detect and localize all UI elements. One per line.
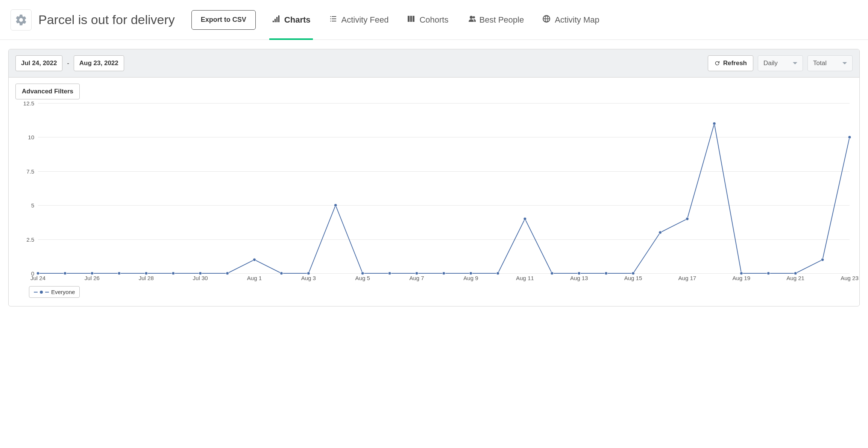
x-axis-labels: Jul 24Jul 26Jul 28Jul 30Aug 1Aug 3Aug 5A…: [38, 275, 850, 284]
control-bar: Jul 24, 2022 - Aug 23, 2022 Refresh Dail…: [9, 49, 859, 78]
data-point[interactable]: [469, 272, 472, 275]
refresh-button-label: Refresh: [723, 59, 747, 67]
date-to-picker[interactable]: Aug 23, 2022: [74, 55, 124, 71]
aggregation-select[interactable]: Total: [807, 55, 853, 71]
data-point[interactable]: [848, 136, 851, 139]
bar-chart-icon: [272, 14, 281, 26]
x-tick-label: Aug 11: [516, 275, 534, 281]
data-point[interactable]: [740, 272, 743, 275]
data-point[interactable]: [632, 272, 635, 275]
data-point[interactable]: [388, 272, 391, 275]
data-point[interactable]: [307, 272, 310, 275]
data-point[interactable]: [605, 272, 608, 275]
refresh-icon: [714, 60, 720, 66]
date-from-picker[interactable]: Jul 24, 2022: [15, 55, 62, 71]
advanced-filters-button[interactable]: Advanced Filters: [15, 84, 80, 99]
legend-dash: [34, 292, 38, 293]
data-point[interactable]: [794, 272, 797, 275]
data-point[interactable]: [578, 272, 581, 275]
x-tick-label: Jul 26: [85, 275, 100, 281]
y-tick-label: 10: [28, 134, 34, 140]
x-tick-label: Aug 7: [409, 275, 424, 281]
legend-dot-icon: [40, 291, 43, 294]
granularity-select-label: Daily: [763, 59, 778, 67]
y-tick-label: 7.5: [26, 168, 34, 174]
data-point[interactable]: [767, 272, 770, 275]
data-point[interactable]: [659, 231, 662, 234]
data-point[interactable]: [551, 272, 554, 275]
x-tick-label: Jul 30: [193, 275, 208, 281]
list-icon: [329, 14, 338, 26]
tab-label: Charts: [284, 15, 311, 25]
aggregation-select-label: Total: [813, 59, 827, 67]
refresh-button[interactable]: Refresh: [708, 55, 753, 71]
chevron-down-icon: [793, 62, 797, 64]
legend-dash: [45, 292, 49, 293]
page-title: Parcel is out for delivery: [38, 12, 175, 27]
x-tick-label: Aug 19: [732, 275, 750, 281]
data-point[interactable]: [334, 204, 337, 207]
data-point[interactable]: [415, 272, 418, 275]
header-tabs: ChartsActivity FeedCohortsBest PeopleAct…: [269, 0, 602, 40]
data-point[interactable]: [524, 217, 527, 220]
data-point[interactable]: [821, 258, 824, 261]
x-tick-label: Aug 13: [570, 275, 588, 281]
legend-item-everyone[interactable]: Everyone: [29, 286, 80, 298]
data-point[interactable]: [496, 272, 499, 275]
data-point[interactable]: [145, 272, 148, 275]
people-icon: [467, 14, 476, 26]
export-csv-button[interactable]: Export to CSV: [191, 10, 256, 30]
chart-card: Jul 24, 2022 - Aug 23, 2022 Refresh Dail…: [8, 49, 860, 306]
tab-activity-map[interactable]: Activity Map: [540, 0, 602, 40]
y-tick-label: 5: [31, 202, 34, 209]
data-point[interactable]: [36, 272, 39, 275]
chevron-down-icon: [842, 62, 847, 64]
x-tick-label: Aug 17: [678, 275, 697, 281]
line-chart-points: [38, 103, 850, 273]
y-axis-labels: 02.557.51012.5: [17, 103, 37, 273]
data-point[interactable]: [686, 217, 689, 220]
tab-best-people[interactable]: Best People: [464, 0, 527, 40]
gears-icon: [11, 9, 32, 30]
sub-control-bar: Advanced Filters: [9, 78, 859, 99]
globe-icon: [542, 14, 551, 26]
x-tick-label: Jul 24: [30, 275, 46, 281]
data-point[interactable]: [442, 272, 445, 275]
data-point[interactable]: [199, 272, 202, 275]
tab-label: Activity Map: [555, 15, 599, 25]
legend-label: Everyone: [51, 289, 75, 295]
tab-charts[interactable]: Charts: [269, 0, 313, 40]
tab-label: Cohorts: [419, 15, 448, 25]
chart-area: 02.557.51012.5 Jul 24Jul 26Jul 28Jul 30A…: [9, 99, 859, 306]
page-title-wrap: Parcel is out for delivery: [11, 9, 175, 30]
date-range-separator: -: [67, 60, 69, 67]
tab-label: Activity Feed: [341, 15, 389, 25]
x-tick-label: Aug 1: [247, 275, 262, 281]
y-tick-label: 12.5: [23, 100, 34, 107]
tab-label: Best People: [480, 15, 524, 25]
y-tick-label: 2.5: [26, 236, 34, 242]
x-tick-label: Aug 3: [301, 275, 316, 281]
x-tick-label: Aug 21: [786, 275, 804, 281]
page-header: Parcel is out for delivery Export to CSV…: [0, 0, 868, 40]
data-point[interactable]: [280, 272, 283, 275]
x-tick-label: Aug 9: [463, 275, 478, 281]
granularity-select[interactable]: Daily: [758, 55, 803, 71]
data-point[interactable]: [361, 272, 364, 275]
x-tick-label: Aug 15: [624, 275, 642, 281]
data-point[interactable]: [91, 272, 94, 275]
data-point[interactable]: [172, 272, 175, 275]
tab-cohorts[interactable]: Cohorts: [404, 0, 451, 40]
tab-activity-feed[interactable]: Activity Feed: [326, 0, 391, 40]
data-point[interactable]: [226, 272, 229, 275]
x-tick-label: Aug 5: [355, 275, 370, 281]
data-point[interactable]: [64, 272, 67, 275]
x-tick-label: Jul 28: [139, 275, 154, 281]
columns-icon: [407, 14, 416, 26]
data-point[interactable]: [253, 258, 256, 261]
data-point[interactable]: [713, 122, 716, 125]
plot: [38, 103, 850, 273]
x-tick-label: Aug 23: [841, 275, 859, 281]
plot-wrap: 02.557.51012.5 Jul 24Jul 26Jul 28Jul 30A…: [17, 103, 851, 284]
data-point[interactable]: [118, 272, 121, 275]
